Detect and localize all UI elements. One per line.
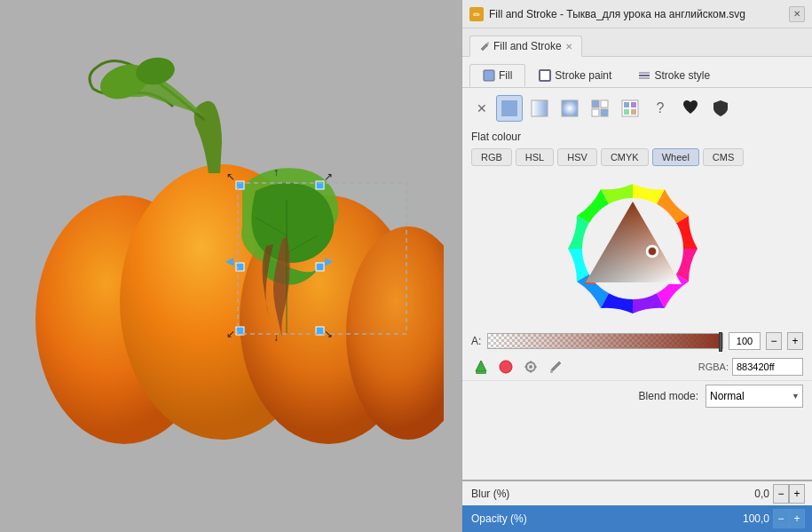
cmyk-button[interactable]: CMYK (601, 148, 649, 166)
svg-rect-58 (476, 371, 486, 374)
alpha-value-input[interactable] (729, 332, 761, 350)
svg-point-63 (529, 365, 532, 369)
eyedropper-icon (548, 359, 564, 375)
svg-text:↑: ↑ (273, 166, 279, 179)
tab-stroke-style[interactable]: Stroke style (625, 64, 723, 87)
svg-rect-27 (540, 70, 550, 81)
flat-colour-text: Flat colour (471, 131, 521, 143)
fill-tab-label: Fill (499, 69, 512, 82)
shield-icon (711, 99, 730, 118)
flat-fill-icon (500, 99, 519, 118)
tab-icon (479, 41, 490, 52)
svg-rect-37 (601, 109, 608, 116)
svg-rect-36 (592, 109, 599, 116)
fill-none-button[interactable]: ✕ (471, 98, 493, 119)
fill-swatch-button[interactable] (617, 95, 643, 122)
wheel-button[interactable]: Wheel (652, 148, 699, 166)
alpha-slider[interactable] (487, 333, 723, 349)
svg-rect-33 (562, 100, 578, 116)
fill-flat-button[interactable] (496, 95, 523, 122)
tab-fill[interactable]: Fill (469, 64, 525, 87)
hsl-button[interactable]: HSL (516, 148, 554, 166)
radial-gradient-icon (560, 99, 579, 118)
section-tabs: Fill Stroke paint Stroke style (462, 57, 812, 88)
tab-bar: Fill and Stroke ✕ (462, 28, 812, 57)
heart-icon (681, 99, 700, 118)
tab-close-button[interactable]: ✕ (565, 42, 572, 52)
settings-button[interactable] (521, 357, 540, 377)
flat-colour-label: Flat colour (462, 129, 812, 148)
color-wheel-area[interactable] (462, 173, 812, 329)
svg-rect-31 (501, 100, 517, 116)
canvas-area: ↖ ↗ ↑ ↙ ↘ ↓ ◀ ▶ (0, 0, 461, 532)
app-icon: ✏ (469, 7, 484, 21)
blur-minus-button[interactable]: − (773, 484, 789, 504)
svg-rect-41 (624, 109, 629, 115)
fill-radial-button[interactable] (556, 95, 583, 122)
svg-text:✏: ✏ (473, 10, 481, 20)
spacer (462, 411, 812, 480)
fill-unknown-button[interactable]: ? (647, 95, 674, 122)
svg-point-59 (500, 361, 512, 373)
fill-pattern-button[interactable] (587, 95, 613, 122)
eyedropper-button[interactable] (546, 357, 565, 377)
rgba-row: RGBA: (698, 358, 803, 376)
title-bar-left: ✏ Fill and Stroke - Тыква_для урока на а… (469, 7, 745, 21)
opacity-minus-button[interactable]: − (773, 509, 789, 528)
fill-tab-icon (483, 69, 495, 82)
stroke-paint-tab-icon (539, 69, 551, 82)
fill-stroke-tab[interactable]: Fill and Stroke ✕ (469, 36, 582, 57)
paint-bucket-button[interactable] (471, 357, 491, 377)
paint-bucket-icon (473, 359, 489, 375)
rgb-button[interactable]: RGB (471, 148, 512, 166)
color-circle-button[interactable] (496, 357, 516, 377)
rgba-value-input[interactable] (732, 358, 803, 376)
cms-button[interactable]: CMS (703, 148, 744, 166)
window-title: Fill and Stroke - Тыква_для урока на анг… (489, 8, 745, 20)
blend-mode-select[interactable]: Normal Multiply Screen Overlay (706, 385, 803, 408)
svg-rect-39 (624, 102, 629, 107)
svg-rect-35 (601, 100, 608, 107)
blend-mode-select-wrapper: Normal Multiply Screen Overlay (706, 385, 803, 408)
fill-linear-button[interactable] (526, 95, 553, 122)
alpha-minus-button[interactable]: − (766, 332, 782, 350)
gear-icon (523, 359, 539, 375)
hsv-button[interactable]: HSV (557, 148, 597, 166)
blur-value: 0,0 (754, 488, 773, 500)
fill-stroke-panel: ✏ Fill and Stroke - Тыква_для урока на а… (461, 0, 812, 532)
svg-rect-32 (532, 100, 548, 116)
svg-marker-57 (476, 361, 486, 371)
blur-row: Blur (%) 0,0 − + (462, 480, 812, 505)
fill-heart-button[interactable] (677, 95, 704, 122)
linear-gradient-icon (530, 99, 549, 118)
svg-rect-64 (550, 370, 553, 373)
blur-plus-button[interactable]: + (789, 484, 805, 504)
stroke-paint-tab-label: Stroke paint (555, 69, 611, 82)
svg-text:◀: ◀ (225, 255, 234, 267)
window-close-button[interactable]: ✕ (789, 6, 805, 22)
alpha-label: A: (471, 335, 482, 347)
fill-shield-button[interactable] (707, 95, 734, 122)
blend-mode-label: Blend mode: (639, 390, 698, 402)
color-wheel[interactable] (566, 182, 708, 320)
fill-mode-row: ✕ (462, 88, 812, 129)
pumpkin-illustration: ↖ ↗ ↑ ↙ ↘ ↓ ◀ ▶ (18, 18, 444, 515)
opacity-plus-button[interactable]: + (789, 509, 805, 528)
swatch-fill-icon (620, 99, 640, 118)
title-bar: ✏ Fill and Stroke - Тыква_для урока на а… (462, 0, 812, 28)
stroke-style-tab-icon (638, 69, 650, 82)
svg-text:↖: ↖ (226, 171, 235, 183)
alpha-plus-button[interactable]: + (787, 332, 803, 350)
pattern-fill-icon (590, 99, 610, 118)
svg-rect-23 (238, 183, 406, 334)
blur-label: Blur (%) (462, 482, 533, 505)
svg-rect-40 (631, 102, 636, 107)
unknown-icon: ? (657, 100, 665, 116)
svg-text:↗: ↗ (324, 171, 333, 183)
tab-label: Fill and Stroke (493, 40, 562, 52)
bottom-rows: Blur (%) 0,0 − + Opacity (%) 100,0 − + (462, 480, 812, 532)
color-circle-icon (498, 359, 514, 375)
svg-text:↙: ↙ (226, 328, 235, 340)
stroke-style-tab-label: Stroke style (654, 69, 710, 82)
tab-stroke-paint[interactable]: Stroke paint (525, 64, 625, 87)
